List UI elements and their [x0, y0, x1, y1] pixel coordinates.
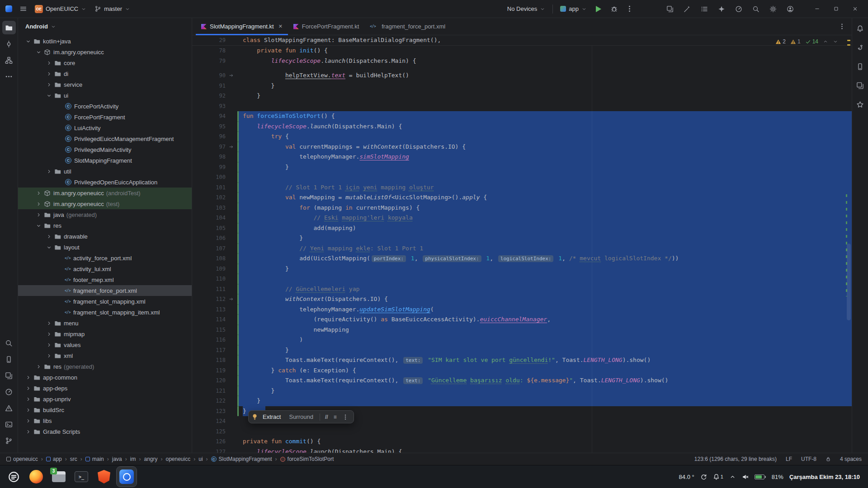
code-line[interactable]: 97 val currentMappings = withContext(Dis… [192, 142, 852, 152]
code-line[interactable]: 117 } [192, 345, 852, 356]
code-line[interactable]: 93 [192, 101, 852, 112]
taskbar-brave-browser[interactable] [94, 467, 114, 487]
line-number[interactable]: 114 [192, 314, 226, 325]
surround-button[interactable]: Surround [285, 412, 316, 422]
code-line[interactable]: 111 // Güncellemeleri yap [192, 284, 852, 295]
battery-icon[interactable] [755, 474, 766, 479]
chevron-right-icon[interactable] [25, 396, 32, 402]
code-line[interactable]: 103 for (mapping in currentMappings) { [192, 203, 852, 213]
code-line[interactable]: 118 Toast.makeText(requireContext(), tex… [192, 355, 852, 366]
tree-item[interactable]: kotlin+java [18, 36, 192, 47]
tree-item[interactable]: res [18, 220, 192, 231]
assistant-icon[interactable] [854, 98, 867, 111]
code-line[interactable]: 107 // Yeni mapping ekle: Slot 1 Port 1 [192, 244, 852, 254]
tree-item[interactable]: app-common [18, 372, 192, 383]
taskbar-android-studio[interactable] [117, 467, 137, 487]
device-manager-icon[interactable] [2, 352, 16, 366]
chevron-down-icon[interactable] [36, 49, 42, 55]
structure-tool-icon[interactable] [2, 53, 16, 67]
tree-item[interactable]: </>fragment_slot_mapping_item.xml [18, 307, 192, 318]
editor-tab[interactable]: SlotMappingFragment.kt✕ [196, 18, 288, 35]
code-line[interactable]: 114 (requireActivity() as BaseEuiccAcces… [192, 314, 852, 325]
breadcrumb-item[interactable]: main [85, 456, 104, 462]
line-number[interactable]: 98 [192, 152, 226, 162]
extract-button[interactable]: Extract [259, 412, 284, 422]
main-menu-button[interactable] [16, 2, 30, 16]
line-number[interactable]: 97 [192, 142, 226, 152]
project-widget[interactable]: OE OpenEUICC [31, 3, 90, 15]
line-number[interactable]: 104 [192, 213, 226, 223]
notifications-icon[interactable] [854, 22, 867, 35]
weak-warning-count-badge[interactable]: 1 [790, 38, 801, 45]
tree-item[interactable]: </>footer_mep.xml [18, 274, 192, 285]
folded-region[interactable] [192, 66, 852, 70]
line-number[interactable]: 95 [192, 122, 226, 132]
code-line[interactable]: 112 withContext(Dispatchers.IO) { [192, 294, 852, 305]
readonly-lock-icon[interactable] [826, 456, 831, 462]
volume-muted-icon[interactable] [742, 474, 749, 480]
tree-item[interactable]: im.angry.openeuicc [18, 47, 192, 57]
tree-item[interactable]: java(generated) [18, 209, 192, 220]
chevron-right-icon[interactable] [46, 331, 52, 337]
breadcrumb-item[interactable]: ui [198, 456, 203, 462]
breadcrumb-item[interactable]: app [46, 456, 62, 462]
line-number[interactable]: 111 [192, 284, 226, 295]
maximize-button[interactable] [826, 0, 845, 18]
chevron-right-icon[interactable] [36, 212, 42, 218]
line-number[interactable]: 124 [192, 416, 226, 427]
tree-item[interactable]: CForcePortFragment [18, 112, 192, 122]
code-line[interactable]: 104 // Eski mapping'leri kopyala [192, 213, 852, 223]
gradle-icon[interactable] [854, 41, 867, 54]
close-tab-icon[interactable]: ✕ [278, 23, 283, 29]
close-button[interactable] [845, 0, 864, 18]
line-number[interactable]: 100 [192, 172, 226, 183]
tree-item[interactable]: core [18, 57, 192, 68]
inspections-widget[interactable]: 2 1 14 [775, 38, 838, 45]
line-number[interactable]: 96 [192, 131, 226, 142]
chevron-right-icon[interactable] [46, 320, 52, 326]
breadcrumb-item[interactable]: angry [144, 456, 157, 462]
line-number[interactable]: 120 [192, 375, 226, 386]
code-editor[interactable]: 29class SlotMappingFragment: BaseMateria… [192, 35, 852, 453]
line-number[interactable]: 116 [192, 335, 226, 345]
running-devices-icon[interactable] [854, 79, 867, 92]
taskbar-terminal-app[interactable]: >_ [71, 467, 91, 487]
todo-list-icon[interactable] [697, 2, 712, 16]
chevron-right-icon[interactable] [36, 190, 42, 196]
taskbar-window-preview[interactable]: 3 [49, 467, 69, 487]
file-encoding[interactable]: UTF-8 [801, 456, 816, 462]
chevron-right-icon[interactable] [25, 407, 32, 413]
tree-item[interactable]: Gradle Scripts [18, 426, 192, 437]
sync-icon[interactable] [700, 474, 707, 480]
line-number[interactable]: 94 [192, 111, 226, 122]
code-line[interactable]: 29class SlotMappingFragment: BaseMateria… [192, 35, 852, 46]
settings-icon[interactable] [766, 2, 780, 16]
chevron-down-icon[interactable] [25, 38, 32, 44]
tree-item[interactable]: drawable [18, 231, 192, 242]
breadcrumb-item[interactable]: openeuicc [6, 456, 38, 462]
tree-item[interactable]: menu [18, 318, 192, 328]
run-button[interactable] [591, 2, 606, 16]
code-line[interactable]: 105 add(mapping) [192, 223, 852, 234]
line-number[interactable]: 101 [192, 183, 226, 193]
chevron-right-icon[interactable] [36, 364, 42, 370]
device-mirroring-icon[interactable] [663, 2, 677, 16]
line-number[interactable]: 126 [192, 436, 226, 447]
gemini-icon[interactable] [714, 2, 729, 16]
line-number[interactable]: 107 [192, 244, 226, 254]
app-inspection-icon[interactable] [2, 369, 16, 382]
code-line[interactable]: 91 } [192, 81, 852, 91]
code-line[interactable]: 127 lifecycleScope.launch(Dispatchers.Ma… [192, 447, 852, 453]
chevron-right-icon[interactable] [25, 385, 32, 391]
passed-count-badge[interactable]: 14 [805, 38, 818, 45]
search-tool-icon[interactable] [2, 336, 16, 350]
prev-problem-icon[interactable] [823, 39, 828, 44]
version-control-icon[interactable] [2, 434, 16, 447]
code-line[interactable]: 121 } [192, 386, 852, 396]
code-line[interactable]: 98 telephonyManager.simSlotMapping [192, 152, 852, 162]
project-view-selector[interactable]: Android [18, 18, 192, 35]
code-line[interactable]: 125 [192, 427, 852, 437]
ai-actions-icon[interactable] [680, 2, 694, 16]
search-everywhere-icon[interactable] [749, 2, 763, 16]
comment-icon[interactable]: // [323, 414, 330, 420]
